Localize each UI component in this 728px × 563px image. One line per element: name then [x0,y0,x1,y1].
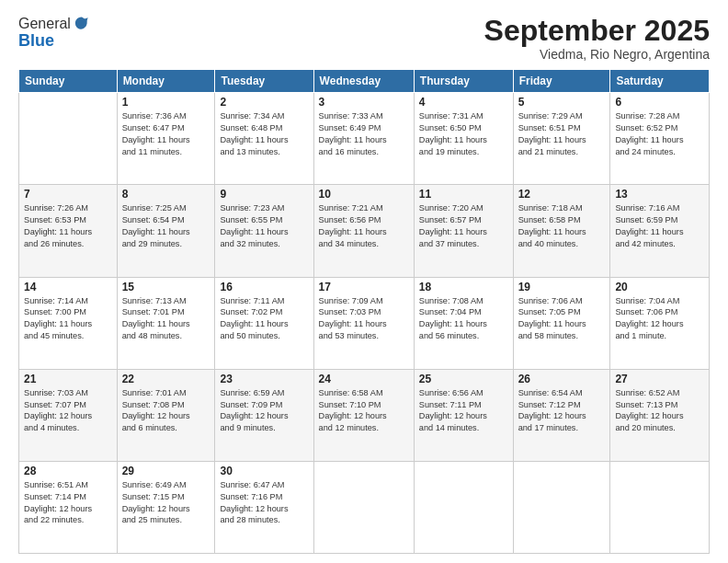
calendar-table: Sunday Monday Tuesday Wednesday Thursday… [18,69,710,554]
day-number: 18 [419,281,508,293]
calendar-cell: 30Sunrise: 6:47 AM Sunset: 7:16 PM Dayli… [215,461,313,553]
day-number: 17 [319,281,409,293]
day-info: Sunrise: 7:28 AM Sunset: 6:52 PM Dayligh… [615,110,704,158]
page: General Blue September 2025 Viedma, Rio … [0,0,728,563]
day-info: Sunrise: 6:47 AM Sunset: 7:16 PM Dayligh… [220,479,308,527]
day-number: 20 [615,281,704,293]
calendar-cell: 9Sunrise: 7:23 AM Sunset: 6:55 PM Daylig… [215,185,313,277]
calendar-cell: 10Sunrise: 7:21 AM Sunset: 6:56 PM Dayli… [313,185,414,277]
day-info: Sunrise: 7:11 AM Sunset: 7:02 PM Dayligh… [220,295,308,343]
day-number: 15 [122,281,210,293]
day-info: Sunrise: 7:26 AM Sunset: 6:53 PM Dayligh… [24,202,112,250]
day-number: 9 [220,188,308,201]
calendar-cell: 15Sunrise: 7:13 AM Sunset: 7:01 PM Dayli… [117,277,215,369]
day-info: Sunrise: 7:23 AM Sunset: 6:55 PM Dayligh… [220,202,308,250]
calendar-cell: 26Sunrise: 6:54 AM Sunset: 7:12 PM Dayli… [513,369,610,461]
day-number: 28 [24,465,112,477]
day-number: 27 [615,373,704,385]
calendar-cell: 25Sunrise: 6:56 AM Sunset: 7:11 PM Dayli… [414,369,513,461]
calendar-cell: 5Sunrise: 7:29 AM Sunset: 6:51 PM Daylig… [513,93,610,185]
day-number: 19 [518,281,606,293]
logo-blue-text: Blue [18,31,91,51]
calendar-week-5: 28Sunrise: 6:51 AM Sunset: 7:14 PM Dayli… [19,461,710,553]
calendar-cell [610,461,710,553]
logo: General Blue [18,15,91,51]
calendar-body: 1Sunrise: 7:36 AM Sunset: 6:47 PM Daylig… [19,93,710,554]
calendar-cell [313,461,414,553]
calendar-week-2: 7Sunrise: 7:26 AM Sunset: 6:53 PM Daylig… [19,185,710,277]
calendar-cell: 17Sunrise: 7:09 AM Sunset: 7:03 PM Dayli… [313,277,414,369]
day-info: Sunrise: 7:29 AM Sunset: 6:51 PM Dayligh… [518,110,606,158]
day-info: Sunrise: 7:21 AM Sunset: 6:56 PM Dayligh… [319,202,409,250]
day-number: 2 [220,96,308,109]
day-info: Sunrise: 7:04 AM Sunset: 7:06 PM Dayligh… [615,295,704,343]
calendar-cell: 29Sunrise: 6:49 AM Sunset: 7:15 PM Dayli… [117,461,215,553]
calendar-cell: 2Sunrise: 7:34 AM Sunset: 6:48 PM Daylig… [215,93,313,185]
calendar-week-1: 1Sunrise: 7:36 AM Sunset: 6:47 PM Daylig… [19,93,710,185]
calendar-week-4: 21Sunrise: 7:03 AM Sunset: 7:07 PM Dayli… [19,369,710,461]
calendar-cell [513,461,610,553]
day-info: Sunrise: 6:59 AM Sunset: 7:09 PM Dayligh… [220,387,308,435]
day-info: Sunrise: 6:49 AM Sunset: 7:15 PM Dayligh… [122,479,210,527]
subtitle: Viedma, Rio Negro, Argentina [484,47,710,62]
calendar-cell: 14Sunrise: 7:14 AM Sunset: 7:00 PM Dayli… [19,277,118,369]
calendar-cell: 27Sunrise: 6:52 AM Sunset: 7:13 PM Dayli… [610,369,710,461]
calendar-cell: 28Sunrise: 6:51 AM Sunset: 7:14 PM Dayli… [19,461,118,553]
calendar-cell: 21Sunrise: 7:03 AM Sunset: 7:07 PM Dayli… [19,369,118,461]
calendar-cell: 22Sunrise: 7:01 AM Sunset: 7:08 PM Dayli… [117,369,215,461]
day-number: 8 [122,188,210,201]
calendar-cell: 6Sunrise: 7:28 AM Sunset: 6:52 PM Daylig… [610,93,710,185]
day-number: 3 [319,96,409,109]
day-number: 14 [24,281,112,293]
day-number: 26 [518,373,606,385]
day-info: Sunrise: 7:36 AM Sunset: 6:47 PM Dayligh… [122,110,210,158]
header-wednesday: Wednesday [313,70,414,93]
day-info: Sunrise: 7:31 AM Sunset: 6:50 PM Dayligh… [419,110,508,158]
day-info: Sunrise: 7:08 AM Sunset: 7:04 PM Dayligh… [419,295,508,343]
calendar-cell [19,93,118,185]
day-number: 6 [615,96,704,109]
day-number: 10 [319,188,409,201]
calendar-cell [414,461,513,553]
day-info: Sunrise: 6:54 AM Sunset: 7:12 PM Dayligh… [518,387,606,435]
day-info: Sunrise: 6:58 AM Sunset: 7:10 PM Dayligh… [319,387,409,435]
day-number: 29 [122,465,210,477]
calendar-cell: 24Sunrise: 6:58 AM Sunset: 7:10 PM Dayli… [313,369,414,461]
day-info: Sunrise: 6:52 AM Sunset: 7:13 PM Dayligh… [615,387,704,435]
day-info: Sunrise: 7:34 AM Sunset: 6:48 PM Dayligh… [220,110,308,158]
day-number: 13 [615,188,704,201]
day-info: Sunrise: 7:18 AM Sunset: 6:58 PM Dayligh… [518,202,606,250]
calendar-cell: 1Sunrise: 7:36 AM Sunset: 6:47 PM Daylig… [117,93,215,185]
day-info: Sunrise: 6:51 AM Sunset: 7:14 PM Dayligh… [24,479,112,527]
day-number: 21 [24,373,112,385]
day-info: Sunrise: 7:16 AM Sunset: 6:59 PM Dayligh… [615,202,704,250]
day-number: 23 [220,373,308,385]
day-info: Sunrise: 7:20 AM Sunset: 6:57 PM Dayligh… [419,202,508,250]
header-thursday: Thursday [414,70,513,93]
header-sunday: Sunday [19,70,118,93]
day-info: Sunrise: 6:56 AM Sunset: 7:11 PM Dayligh… [419,387,508,435]
calendar-cell: 12Sunrise: 7:18 AM Sunset: 6:58 PM Dayli… [513,185,610,277]
day-number: 24 [319,373,409,385]
day-number: 22 [122,373,210,385]
day-number: 11 [419,188,508,201]
day-info: Sunrise: 7:25 AM Sunset: 6:54 PM Dayligh… [122,202,210,250]
calendar-cell: 19Sunrise: 7:06 AM Sunset: 7:05 PM Dayli… [513,277,610,369]
day-info: Sunrise: 7:03 AM Sunset: 7:07 PM Dayligh… [24,387,112,435]
day-number: 30 [220,465,308,477]
calendar-cell: 16Sunrise: 7:11 AM Sunset: 7:02 PM Dayli… [215,277,313,369]
logo-general-text: General [18,16,71,32]
day-info: Sunrise: 7:13 AM Sunset: 7:01 PM Dayligh… [122,295,210,343]
day-info: Sunrise: 7:06 AM Sunset: 7:05 PM Dayligh… [518,295,606,343]
day-number: 7 [24,188,112,201]
day-number: 4 [419,96,508,109]
calendar-cell: 4Sunrise: 7:31 AM Sunset: 6:50 PM Daylig… [414,93,513,185]
header-friday: Friday [513,70,610,93]
day-number: 5 [518,96,606,109]
header-tuesday: Tuesday [215,70,313,93]
day-info: Sunrise: 7:01 AM Sunset: 7:08 PM Dayligh… [122,387,210,435]
calendar-cell: 13Sunrise: 7:16 AM Sunset: 6:59 PM Dayli… [610,185,710,277]
calendar-cell: 8Sunrise: 7:25 AM Sunset: 6:54 PM Daylig… [117,185,215,277]
header: General Blue September 2025 Viedma, Rio … [18,15,710,62]
header-monday: Monday [117,70,215,93]
